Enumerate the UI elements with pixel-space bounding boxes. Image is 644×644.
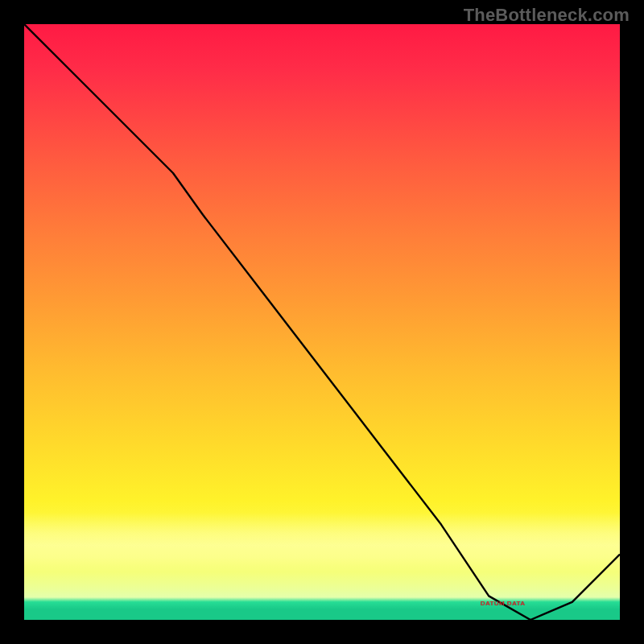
bottleneck-curve-path	[24, 24, 620, 620]
datum-marker-label: DATUM DATA	[481, 600, 526, 607]
curve-svg	[24, 24, 620, 620]
chart-frame: TheBottleneck.com DATUM DATA	[0, 0, 644, 644]
watermark-text: TheBottleneck.com	[464, 5, 630, 26]
plot-area: DATUM DATA	[24, 24, 620, 620]
